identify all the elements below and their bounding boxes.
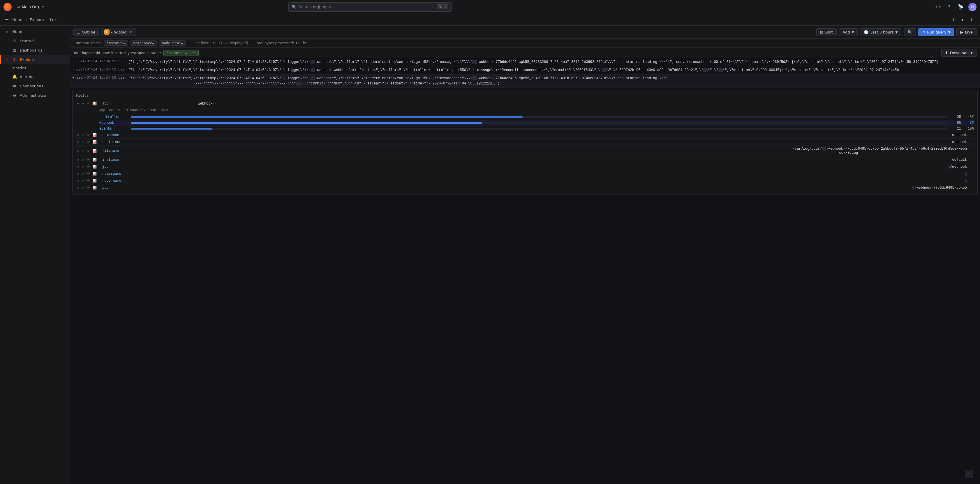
bar-label-controller[interactable]: controller (99, 115, 129, 119)
expand-icon3: ∨ (5, 58, 10, 61)
grafana-logo[interactable] (3, 3, 12, 11)
split-button[interactable]: ⊟ Split (816, 28, 837, 36)
toolbar-right: ⊟ Split Add ▼ 🕐 Last 3 hours ▼ 🔍 ↻ R (816, 28, 977, 36)
org-selector[interactable]: 🗂 Main Org. ▼ (14, 3, 47, 10)
time-range-button[interactable]: 🕐 Last 3 hours ▼ (860, 28, 901, 36)
sidebar-item-connections[interactable]: › ⊕ Connections (0, 81, 70, 90)
eye-icon[interactable]: 👁 (86, 171, 91, 176)
bar-chart-icon[interactable]: 📊 (92, 140, 98, 144)
zoom-out-icon[interactable]: ⊖ (81, 102, 85, 106)
eye-icon[interactable]: 👁 (86, 157, 91, 162)
add-button[interactable]: ＋ ▼ (933, 3, 942, 11)
bar-chart-icon[interactable]: 📊 (92, 165, 98, 169)
sidebar-item-starred[interactable]: › ☆ Starred (0, 36, 70, 45)
datasource-selector[interactable]: L -logging ▼ (101, 28, 136, 36)
bar-count-webhook: 95 (950, 121, 961, 125)
expand-log-2[interactable]: › (72, 68, 74, 71)
zoom-out-icon[interactable]: ⊖ (81, 133, 85, 137)
zoom-in-icon[interactable]: ⊕ (76, 157, 80, 162)
field-actions-nodename: ⊕ ⊖ 👁 📊 (76, 179, 98, 183)
expand-log-3[interactable]: ∨ (72, 76, 74, 80)
log-viewer: › 2024-07-24 17:04:59.590 {"log":"{\"sev… (70, 58, 980, 484)
zoom-in-icon[interactable]: ⊕ (76, 102, 80, 106)
eye-icon[interactable]: 👁 (86, 165, 91, 169)
add-button[interactable]: Add ▼ (839, 28, 858, 36)
zoom-in-icon[interactable]: ⊕ (76, 179, 80, 183)
org-name: Main Org. (22, 5, 40, 9)
user-avatar[interactable]: U (968, 3, 977, 11)
scroll-up-button[interactable]: ↑ (965, 470, 973, 478)
zoom-out-icon[interactable]: ⊖ (81, 149, 85, 153)
eye-icon[interactable]: 👁 (86, 102, 91, 106)
sidebar-item-explore[interactable]: ∨ ◎ Explore (0, 55, 70, 64)
expand-log-1[interactable]: › (72, 60, 74, 63)
help-button[interactable]: ? (945, 3, 953, 11)
bar-chart-icon[interactable]: 📊 (92, 186, 98, 190)
sidebar-toggle[interactable]: ☰ (5, 17, 9, 22)
log-entry[interactable]: › 2024-07-24 17:04:59.590 {"log":"{\"sev… (70, 58, 980, 67)
field-actions-component: ⊕ ⊖ 👁 📊 (76, 133, 98, 137)
run-icon: ↻ (922, 30, 925, 34)
zoom-out-icon[interactable]: ⊖ (81, 165, 85, 169)
sidebar-item-home[interactable]: ⌂ Home (0, 27, 70, 36)
field-value-nodename (964, 179, 967, 183)
fields-panel: Fields ⊕ ⊖ 👁 📊 app webhook app: 221 of 2… (72, 90, 978, 195)
zoom-out-icon[interactable]: ⊖ (81, 157, 85, 162)
share-button[interactable]: ⬆ (950, 16, 957, 23)
bar-chart-icon[interactable]: 📊 (92, 179, 98, 183)
eye-icon[interactable]: 👁 (86, 186, 91, 190)
warning-text: Your logs might have incorrectly escaped… (73, 51, 161, 55)
bar-label-webhook[interactable]: webhook (99, 121, 129, 125)
log-timestamp-3: 2024-07-24 17:04:59.590 (76, 76, 125, 80)
sidebar-item-metrics[interactable]: Metrics (0, 64, 70, 72)
breadcrumb-explore[interactable]: Explore (30, 17, 44, 22)
zoom-out-button[interactable]: 🔍 (904, 28, 916, 36)
zoom-in-icon[interactable]: ⊕ (76, 186, 80, 190)
search-bar[interactable]: 🔍 Search or jump to... ⌘+k (288, 2, 452, 12)
sidebar: ⌂ Home › ☆ Starred › ▦ Dashboards ∨ ◎ Ex… (0, 25, 70, 484)
eye-icon[interactable]: 👁 (86, 179, 91, 183)
bar-chart-icon[interactable]: 📊 (92, 157, 98, 162)
zoom-out-icon[interactable]: ⊖ (81, 171, 85, 176)
bar-chart-icon[interactable]: 📊 (92, 171, 98, 176)
sidebar-item-administration[interactable]: › ⚙ Administration (0, 90, 70, 100)
bar-pct-events: 10% (963, 127, 974, 131)
notifications-button[interactable]: 📡 (957, 3, 965, 11)
eye-icon[interactable]: 👁 (86, 140, 91, 144)
zoom-out-icon[interactable]: ⊖ (81, 140, 85, 144)
download-button[interactable]: ⬇ Download ▼ (941, 49, 977, 57)
zoom-out-icon[interactable]: ⊖ (81, 179, 85, 183)
zoom-out-icon[interactable]: ⊖ (81, 186, 85, 190)
sidebar-item-label-metrics: Metrics (12, 66, 26, 70)
live-button[interactable]: ▶ Live (956, 28, 977, 36)
zoom-in-icon[interactable]: ⊕ (76, 171, 80, 176)
bar-chart-icon[interactable]: 📊 (92, 133, 98, 137)
zoom-in-icon[interactable]: ⊕ (76, 165, 80, 169)
eye-icon[interactable]: 👁 (86, 133, 91, 137)
zoom-in-icon[interactable]: ⊕ (76, 140, 80, 144)
sidebar-item-dashboards[interactable]: › ▦ Dashboards (0, 45, 70, 55)
breadcrumb-bar: ☰ Home › Explore › Loki ⬆ ▾ ⬆ (0, 14, 980, 25)
escape-newlines-button[interactable]: Escape newlines (164, 50, 199, 56)
zoom-in-icon[interactable]: ⊕ (76, 133, 80, 137)
sidebar-section-main: ⌂ Home › ☆ Starred › ▦ Dashboards ∨ ◎ Ex… (0, 25, 70, 101)
bar-label-events[interactable]: events (99, 127, 129, 131)
log-entry[interactable]: ∨ 2024-07-24 17:04:59.590 {"log":"{\"sev… (70, 75, 980, 88)
eye-icon[interactable]: 👁 (86, 149, 91, 153)
zoom-in-icon[interactable]: ⊕ (76, 149, 80, 153)
sidebar-item-alerting[interactable]: › 🔔 Alerting (0, 72, 70, 81)
sidebar-item-label-explore: Explore (20, 57, 34, 62)
outline-tab[interactable]: ☰ Outline (73, 29, 99, 36)
chevron-button[interactable]: ▾ (959, 16, 966, 23)
collapse-button[interactable]: ⬆ (968, 16, 975, 23)
sidebar-item-label-administration: Administration (20, 93, 48, 98)
field-row-node_name: ⊕ ⊖ 👁 📊 node_name (76, 177, 974, 184)
datasource-chevron: ▼ (130, 30, 132, 34)
bar-chart-icon[interactable]: 📊 (92, 102, 98, 106)
fields-title: Fields (76, 94, 974, 98)
run-query-button[interactable]: ↻ Run query ▼ (918, 28, 954, 36)
log-entry[interactable]: › 2024-07-24 17:04:59.590 {"log":"{\"sev… (70, 67, 980, 75)
breadcrumb-datasource: Loki (50, 17, 58, 22)
bar-chart-icon[interactable]: 📊 (92, 149, 98, 153)
breadcrumb-home[interactable]: Home (12, 17, 23, 22)
